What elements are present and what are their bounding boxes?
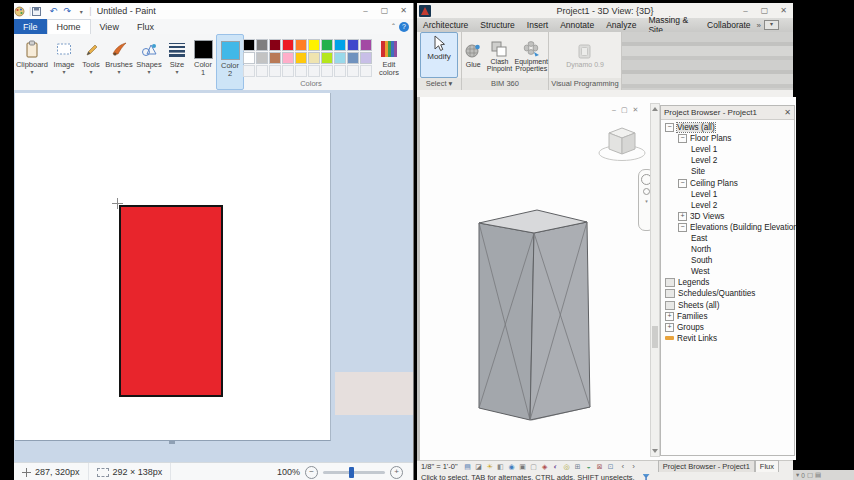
palette-swatch[interactable] — [347, 39, 359, 51]
tree-item-3d-views[interactable]: +3D Views — [661, 211, 794, 222]
reveal-hidden-icon[interactable]: ◎ — [562, 463, 572, 471]
palette-swatch[interactable] — [282, 39, 294, 51]
filter-icon[interactable] — [643, 474, 650, 480]
close-button[interactable]: ✕ — [394, 4, 413, 18]
view-scale[interactable]: 1/8" = 1'-0" — [421, 462, 458, 471]
filter-count[interactable]: 0 — [801, 472, 805, 479]
color1-button[interactable]: Color 1 — [190, 34, 216, 90]
revit-app-icon[interactable] — [419, 5, 431, 17]
collapse-expander-icon[interactable]: − — [678, 223, 687, 232]
tree-item-families[interactable]: +Families — [661, 311, 794, 322]
tab-analyze[interactable]: Analyze — [600, 20, 642, 30]
palette-swatch[interactable] — [243, 65, 255, 77]
tab-flux[interactable]: Flux — [128, 19, 163, 34]
minimize-button[interactable]: – — [356, 4, 375, 18]
sun-path-icon[interactable]: ☀ — [485, 463, 495, 471]
tab-file[interactable]: File — [14, 19, 47, 34]
help-icon[interactable]: ? — [399, 22, 409, 32]
palette-swatch[interactable] — [347, 52, 359, 64]
tree-item-schedules-quantities[interactable]: Schedules/Quantities — [661, 288, 794, 299]
palette-swatch[interactable] — [295, 65, 307, 77]
viewport-scrollbar[interactable] — [650, 103, 660, 457]
palette-swatch[interactable] — [308, 39, 320, 51]
quick-access-caret-icon[interactable]: ▾ — [74, 8, 88, 15]
tree-item-floor-plans[interactable]: −Floor Plans — [661, 133, 794, 144]
tree-item-elevations-building-elevation[interactable]: −Elevations (Building Elevation) — [661, 222, 794, 233]
palette-swatch[interactable] — [256, 39, 268, 51]
zoom-tool-icon[interactable] — [643, 188, 650, 195]
size-group[interactable]: Size ▾ — [164, 34, 190, 90]
select-toggle-icon[interactable]: ▤ — [815, 471, 821, 479]
rendering-icon[interactable]: ◉ — [507, 463, 517, 471]
palette-swatch[interactable] — [334, 52, 346, 64]
tab-overflow-icon[interactable]: » — [757, 21, 761, 30]
previous-icon[interactable]: ‹ — [622, 462, 625, 471]
image-group[interactable]: Image ▾ — [50, 34, 78, 90]
collapse-expander-icon[interactable]: − — [678, 134, 687, 143]
shapes-group[interactable]: Shapes ▾ — [134, 34, 164, 90]
displace-icon[interactable]: ⊡ — [606, 463, 616, 471]
zoom-out-button[interactable]: − — [305, 466, 318, 479]
palette-swatch[interactable] — [295, 39, 307, 51]
expand-expander-icon[interactable]: + — [678, 212, 687, 221]
bim360-panel-label[interactable]: BIM 360 — [462, 78, 548, 90]
shadows-icon[interactable]: ◧ — [496, 463, 506, 471]
palette-swatch[interactable] — [269, 52, 281, 64]
minimize-button[interactable]: – — [736, 4, 755, 18]
tree-item-level-2[interactable]: Level 2 — [661, 155, 794, 166]
project-browser-header[interactable]: Project Browser - Project1 ✕ — [661, 106, 794, 120]
palette-swatch[interactable] — [321, 39, 333, 51]
maximize-button[interactable]: ▢ — [755, 4, 774, 18]
detail-level-icon[interactable]: ▤ — [463, 463, 473, 471]
tree-item-legends[interactable]: Legends — [661, 277, 794, 288]
tab-structure[interactable]: Structure — [474, 20, 521, 30]
tree-item-south[interactable]: South — [661, 255, 794, 266]
tree-item-sheets-all[interactable]: Sheets (all) — [661, 300, 794, 311]
view-restore-icon[interactable]: ▢ — [621, 106, 628, 114]
palette-swatch[interactable] — [269, 39, 281, 51]
collapse-expander-icon[interactable]: − — [678, 179, 687, 188]
collapse-ribbon-icon[interactable]: ˆ — [392, 22, 395, 32]
tab-home[interactable]: Home — [47, 19, 91, 34]
close-button[interactable]: ✕ — [774, 4, 793, 18]
palette-swatch[interactable] — [282, 65, 294, 77]
palette-swatch[interactable] — [256, 65, 268, 77]
visual-style-icon[interactable]: ◪ — [474, 463, 484, 471]
palette-swatch[interactable] — [334, 39, 346, 51]
next-icon[interactable]: › — [632, 462, 635, 471]
tab-collaborate[interactable]: Collaborate — [701, 20, 756, 30]
tree-item-north[interactable]: North — [661, 244, 794, 255]
zoom-slider-thumb[interactable] — [349, 467, 354, 478]
expand-expander-icon[interactable]: + — [665, 312, 674, 321]
viewcube[interactable] — [596, 121, 648, 167]
tree-item-east[interactable]: East — [661, 233, 794, 244]
zoom-slider[interactable] — [323, 471, 385, 474]
analytical-icon[interactable]: ⊠ — [595, 463, 605, 471]
brushes-group[interactable]: Brushes ▾ — [104, 34, 134, 90]
worksharing-icon[interactable]: ⊞ — [573, 463, 583, 471]
tab-project-browser[interactable]: Project Browser - Project1 — [658, 460, 755, 472]
visual-programming-panel-label[interactable]: Visual Programming — [549, 78, 621, 90]
tree-item-site[interactable]: Site — [661, 166, 794, 177]
palette-swatch[interactable] — [321, 52, 333, 64]
crop-region-icon[interactable]: ▢ — [529, 463, 539, 471]
tools-group[interactable]: Tools ▾ — [78, 34, 104, 90]
tree-item-level-1[interactable]: Level 1 — [661, 189, 794, 200]
tree-item-ceiling-plans[interactable]: −Ceiling Plans — [661, 177, 794, 188]
redo-icon[interactable]: ↷ — [60, 6, 74, 16]
palette-swatch[interactable] — [243, 39, 255, 51]
zoom-in-button[interactable]: + — [390, 466, 403, 479]
modify-button[interactable]: Modify — [420, 32, 458, 78]
hide-isolate-icon[interactable]: ◐ — [551, 463, 561, 470]
canvas-resize-handle[interactable] — [169, 441, 175, 444]
crop-view-icon[interactable]: ▣ — [518, 463, 528, 471]
temp-view-icon[interactable]: ◒ — [584, 463, 594, 470]
view-close-icon[interactable]: ✕ — [633, 106, 639, 114]
scrollbar-thumb[interactable] — [652, 326, 658, 348]
view-minimize-icon[interactable]: – — [612, 106, 616, 114]
palette-swatch[interactable] — [256, 52, 268, 64]
color2-button[interactable]: Color 2 — [216, 34, 244, 90]
tab-annotate[interactable]: Annotate — [554, 20, 600, 30]
tree-item-level-1[interactable]: Level 1 — [661, 144, 794, 155]
workset-icon[interactable]: ▾ — [796, 471, 799, 479]
